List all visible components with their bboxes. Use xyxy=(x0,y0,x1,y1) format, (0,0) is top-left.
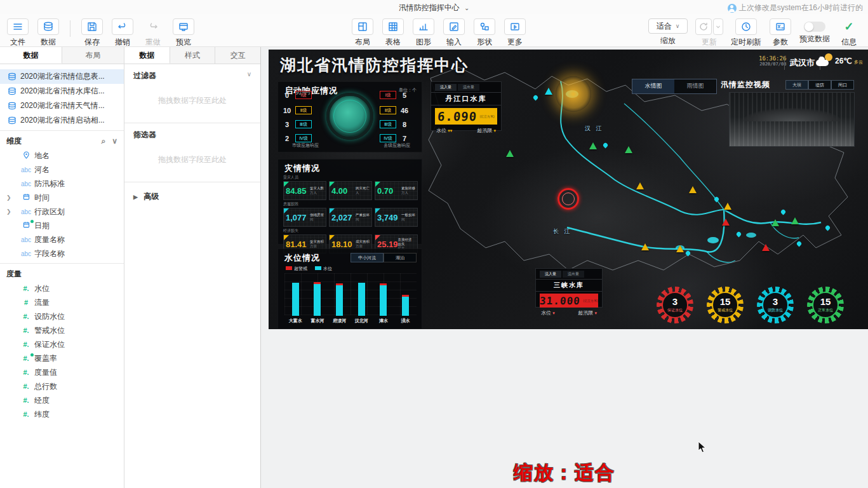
expand-arrow-icon[interactable]: ❯ xyxy=(6,208,11,215)
measure-item[interactable]: #.覆盖率 xyxy=(0,351,124,365)
dimension-item-expandable[interactable]: ❯abc行政区划 xyxy=(0,205,124,219)
info-button[interactable]: ✓ 信息 xyxy=(835,18,863,48)
rain-map-button[interactable]: 雨情图 xyxy=(674,79,716,93)
measure-item[interactable]: #.经度 xyxy=(0,393,124,407)
props-tab-data[interactable]: 数据 xyxy=(124,47,170,64)
toggle-switch[interactable] xyxy=(804,22,825,32)
water-level-label: 水位 ▾▾ xyxy=(436,127,452,134)
river-tab-button[interactable]: 中小河流 xyxy=(351,253,384,262)
zoom-control[interactable]: 适合 ∨ 缩放 xyxy=(646,18,690,46)
zoom-select[interactable]: 适合 ∨ xyxy=(648,18,688,34)
measure-item[interactable]: #.设防水位 xyxy=(0,309,124,323)
table-name: 2020湖北省汛情水库信... xyxy=(20,86,105,97)
map-marker-triangle xyxy=(771,219,779,226)
table-widget-button[interactable]: 表格 xyxy=(379,18,407,48)
chart-widget-button[interactable]: 图形 xyxy=(410,18,437,48)
search-icon[interactable]: ⌕ xyxy=(101,137,105,146)
params-button[interactable]: 参数 xyxy=(766,18,794,48)
measure-item[interactable]: #.纬度 xyxy=(0,407,124,421)
table-name: 2020湖北省汛情信息表... xyxy=(20,71,105,82)
more-icon xyxy=(504,18,526,35)
map-marker-triangle xyxy=(722,219,730,226)
monitoring-video[interactable] xyxy=(729,92,855,147)
expand-arrow-icon[interactable]: ❯ xyxy=(6,194,11,201)
preview-button[interactable]: 预览 xyxy=(170,18,197,48)
dimension-item[interactable]: abc字段名称 xyxy=(0,247,124,261)
outflow-tab[interactable]: 流出量 xyxy=(458,84,479,91)
bar-group: 富水河 xyxy=(308,284,327,324)
tab-layout[interactable]: 布局 xyxy=(62,47,124,64)
filter-drop-zone[interactable]: 拖拽数据字段至此处 xyxy=(133,95,251,106)
measure-item[interactable]: #流量 xyxy=(0,295,124,309)
dimension-item[interactable]: 地名 xyxy=(0,149,124,163)
dimension-item-expandable[interactable]: ❯时间 xyxy=(0,191,124,205)
inflow-tab[interactable]: 流入量 xyxy=(540,271,561,278)
reservoir-title: 三峡水库 xyxy=(536,279,602,292)
warning-level-badge: 15警戒水位 xyxy=(707,287,744,323)
map-marker-triangle xyxy=(676,245,684,252)
props-tab-style[interactable]: 样式 xyxy=(170,47,216,64)
database-icon xyxy=(8,87,17,96)
measure-item[interactable]: #.水位 xyxy=(0,281,124,295)
update-button[interactable]: 更新 xyxy=(693,18,726,48)
table-item[interactable]: 2020湖北省汛情启动相... xyxy=(0,113,124,128)
measure-item[interactable]: #.警戒水位 xyxy=(0,323,124,337)
kpi-card: 0.70紧急转移万人 xyxy=(375,181,418,200)
inflow-tab[interactable]: 流入量 xyxy=(435,84,457,91)
measure-item[interactable]: #.总行数 xyxy=(0,379,124,393)
save-button[interactable]: 保存 xyxy=(78,18,106,48)
outflow-tab[interactable]: 流出量 xyxy=(563,271,584,278)
measure-item[interactable]: #.保证水位 xyxy=(0,337,124,351)
clock: 16:36:26 2020/07/08 xyxy=(759,56,786,67)
database-icon xyxy=(37,18,59,35)
temperature: 26℃ xyxy=(835,57,852,65)
design-canvas[interactable]: 汉 江 长 江 湖北省汛情防控指挥中心 16:36:26 2020/07/08 … xyxy=(261,47,868,488)
video-source-button[interactable]: 堤防 xyxy=(808,80,831,90)
file-button[interactable]: 文件 xyxy=(4,18,32,48)
bar-group: 漳水 xyxy=(374,285,393,324)
props-tab-interact[interactable]: 交互 xyxy=(215,47,260,64)
undo-button[interactable]: 撤销 xyxy=(109,18,137,48)
dimension-item[interactable]: abc防汛标准 xyxy=(0,177,124,191)
more-widgets-button[interactable]: 更多 xyxy=(501,18,529,48)
document-title[interactable]: 汛情防控指挥中心 ⌄ xyxy=(399,3,470,13)
filter-section-header[interactable]: 过滤器 ∨ xyxy=(133,71,251,81)
disaster-grid: 受灾人员84.85受灾人数万人4.00因灾死亡人0.70紧急转移万人房屋损毁1,… xyxy=(283,173,418,254)
video-source-button[interactable]: 大坝 xyxy=(785,80,808,90)
dimension-item[interactable]: abc度量名称 xyxy=(0,233,124,247)
level-badge: Ⅰ级 xyxy=(380,91,396,99)
lake-tab-button[interactable]: 湖泊 xyxy=(384,253,417,262)
guarantee-level-badge: 3保证水位 xyxy=(657,287,693,323)
city-label: 武汉市 xyxy=(784,56,820,70)
water-map-button[interactable]: 水情图 xyxy=(632,79,674,93)
input-widget-button[interactable]: 输入 xyxy=(440,18,468,48)
map-marker-triangle xyxy=(545,88,552,95)
redo-button[interactable]: 重做 xyxy=(139,18,167,48)
layout-widget-button[interactable]: 布局 xyxy=(349,18,377,48)
scheduled-refresh-button[interactable]: 定时刷新 xyxy=(728,18,764,48)
dashboard-preview[interactable]: 汉 江 长 江 湖北省汛情防控指挥中心 16:36:26 2020/07/08 … xyxy=(269,50,868,329)
measure-item[interactable]: #.度量值 xyxy=(0,365,124,379)
chevron-down-icon[interactable]: ∨ xyxy=(112,137,117,146)
advanced-section-header[interactable]: ▶ 高级 xyxy=(124,182,260,211)
shape-widget-button[interactable]: 形状 xyxy=(471,18,498,48)
selector-section-header[interactable]: 筛选器 xyxy=(133,130,251,140)
table-item[interactable]: 2020湖北省汛情信息表... xyxy=(0,69,124,84)
video-source-button[interactable]: 闸口 xyxy=(831,80,854,90)
dashboard-title: 湖北省汛情防控指挥中心 xyxy=(280,55,469,76)
lcd-display: 31.000 (亿立方米) xyxy=(540,294,598,308)
dimension-item[interactable]: 日期 xyxy=(0,219,124,233)
preview-data-toggle[interactable]: 预览数据 xyxy=(797,18,832,44)
number-field-icon: #. xyxy=(19,383,33,390)
dimensions-header: 维度 ⌕ ∨ xyxy=(0,133,124,149)
table-item[interactable]: 2020湖北省汛情天气情... xyxy=(0,98,124,113)
bar-group: 溳水 xyxy=(396,297,415,324)
main-toolbar: 文件 数据 保存 撤销 重做 预览 布局 表格 xyxy=(0,14,868,47)
selector-drop-zone[interactable]: 拖拽数据字段至此处 xyxy=(133,154,251,165)
dimension-item[interactable]: abc河名 xyxy=(0,163,124,177)
table-item[interactable]: 2020湖北省汛情水库信... xyxy=(0,84,124,98)
kpi-card: 84.85受灾人数万人 xyxy=(283,181,326,200)
data-button[interactable]: 数据 xyxy=(34,18,62,48)
tab-data[interactable]: 数据 xyxy=(0,47,62,64)
zoom-value: 适合 xyxy=(657,21,672,32)
